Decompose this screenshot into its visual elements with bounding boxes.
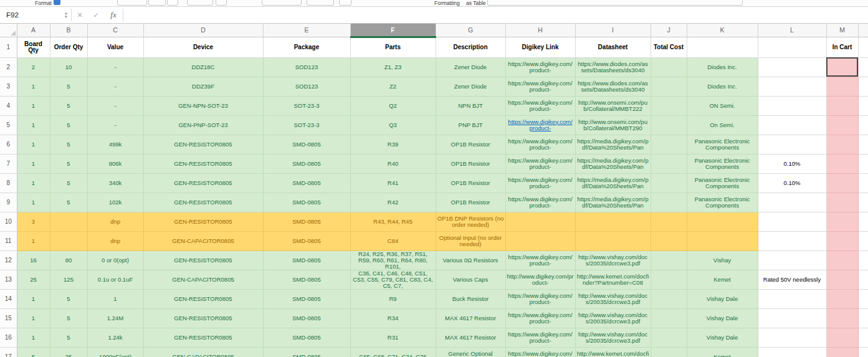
col-header-M[interactable]: M [826,24,858,37]
cell-D9[interactable]: GEN-RESISTOR0805 [143,193,263,212]
cell-F16[interactable]: R31 [350,328,436,347]
cell-F9[interactable]: R42 [350,193,436,212]
cell-H6[interactable]: https://www.digikey.com/product- [505,135,575,154]
cell-H15[interactable]: https://www.digikey.com/product- [505,308,575,328]
cell-J10[interactable] [651,212,687,231]
cell-I3[interactable]: https://www.diodes.com/assets/Datasheets… [575,77,651,96]
cell-F12[interactable]: R24, R25, R36, R37, R51, R59, R60, R61, … [350,250,436,270]
cell-J8[interactable] [651,173,687,193]
cell-D3[interactable]: DDZ39F [143,77,263,96]
cell-M6[interactable] [826,135,858,154]
cell-D14[interactable]: GEN-RESISTOR0805 [143,289,263,308]
row-header-6[interactable]: 6 [0,135,17,154]
cell-H13[interactable]: http://www.digikey.com/product- [505,270,575,289]
cell-M1[interactable]: In Cart [826,37,858,57]
cell-I8[interactable]: https://media.digikey.com/pdf/Data%20She… [575,173,651,193]
cell-A6[interactable]: 1 [17,135,50,154]
cell-D15[interactable]: GEN-RESISTOR0805 [143,308,263,328]
cell-D5[interactable]: GEN-PNP-SOT-23 [143,115,263,135]
cell-E7[interactable]: SMD-0805 [263,154,350,173]
cell-I6[interactable]: https://media.digikey.com/pdf/Data%20She… [575,135,651,154]
cell-I5[interactable]: http://www.onsemi.com/pub/Collateral/MMB… [575,115,651,135]
col-header-B[interactable]: B [50,24,87,37]
cell-J11[interactable] [651,231,687,250]
cell-G14[interactable]: Buck Resistor [436,289,505,308]
cell-C4[interactable]: - [87,96,143,115]
cell-G9[interactable]: OP1B Resistor [436,193,505,212]
row-header-5[interactable]: 5 [0,115,17,135]
font-size-dropdown[interactable] [148,0,166,6]
cell-F1[interactable]: Parts [350,37,436,57]
cell-C7[interactable]: 806k [87,154,143,173]
row-header-13[interactable]: 13 [0,270,17,289]
cell-G6[interactable]: OP1B Resistor [436,135,505,154]
cell-G7[interactable]: OP1B Resistor [436,154,505,173]
cell-D17[interactable]: GEN-CAPACITOR0805 [143,347,263,357]
cell-C3[interactable]: - [87,77,143,96]
cell-E14[interactable]: SMD-0805 [263,289,350,308]
cell-G3[interactable]: Zener Diode [436,77,505,96]
name-box-stepper[interactable]: ▲▼ [61,7,71,23]
cell-F4[interactable]: Q2 [350,96,436,115]
cell-A16[interactable]: 1 [17,328,50,347]
col-header-K[interactable]: K [687,24,758,37]
cell-B2[interactable]: 10 [50,57,87,77]
cell-A9[interactable]: 1 [17,193,50,212]
format-painter-icon[interactable] [54,0,60,5]
cell-J16[interactable] [651,328,687,347]
cell-A15[interactable]: 1 [17,308,50,328]
font-grow-button[interactable] [167,0,178,6]
cell-I17[interactable]: http://www.kemet.com/docfinder?Partnumbe… [575,347,651,357]
cell-F11[interactable]: C84 [350,231,436,250]
col-header-L[interactable]: L [758,24,826,37]
cell-B15[interactable]: 5 [50,308,87,328]
cell-F7[interactable]: R40 [350,154,436,173]
cell-D1[interactable]: Device [143,37,263,57]
cell-J3[interactable] [651,77,687,96]
cell-M12[interactable] [826,250,858,270]
cell-H2[interactable]: https://www.digikey.com/product- [505,57,575,77]
cell-C10[interactable]: dnp [87,212,143,231]
cell-M17[interactable] [826,347,858,357]
cell-G16[interactable]: MAX 4617 Resistor [436,328,505,347]
cell-K3[interactable]: Diodes Inc. [687,77,758,96]
formula-input[interactable] [123,7,868,23]
cell-L10[interactable] [758,212,826,231]
row-header-15[interactable]: 15 [0,308,17,328]
cell-D6[interactable]: GEN-RESISTOR0805 [143,135,263,154]
cell-D7[interactable]: GEN-RESISTOR0805 [143,154,263,173]
cell-A17[interactable]: 5 [17,347,50,357]
cell-C14[interactable]: 1 [87,289,143,308]
cell-G11[interactable]: Optional Input (no order needed) [436,231,505,250]
cell-B16[interactable]: 5 [50,328,87,347]
cell-E12[interactable]: SMD-0805 [263,250,350,270]
cell-M8[interactable] [826,173,858,193]
cell-B11[interactable] [50,231,87,250]
alignment-controls[interactable] [262,0,302,6]
cell-H8[interactable]: https://www.digikey.com/product- [505,173,575,193]
cell-M5[interactable] [826,115,858,135]
cell-L11[interactable] [758,231,826,250]
row-header-4[interactable]: 4 [0,96,17,115]
cell-E11[interactable]: SMD-0805 [263,231,350,250]
cell-L3[interactable] [758,77,826,96]
cell-L7[interactable]: 0.10% [758,154,826,173]
select-all-corner[interactable] [0,24,17,37]
conditional-formatting-label[interactable]: Formatting [434,0,460,6]
cell-M7[interactable] [826,154,858,173]
cell-I16[interactable]: http://www.vishay.com/docs/20035/dcrcwe3… [575,328,651,347]
cell-B1[interactable]: Order Qty [50,37,87,57]
cell-C8[interactable]: 340k [87,173,143,193]
col-header-I[interactable]: I [575,24,651,37]
cell-I10[interactable] [575,212,651,231]
cell-D11[interactable]: GEN-CAPACITOR0805 [143,231,263,250]
cell-H5[interactable]: https://www.digikey.com/product- [505,115,575,135]
cell-D2[interactable]: DDZ18C [143,57,263,77]
cell-L14[interactable] [758,289,826,308]
cell-G4[interactable]: NPN BJT [436,96,505,115]
cell-L2[interactable] [758,57,826,77]
cell-E9[interactable]: SMD-0805 [263,193,350,212]
cell-M9[interactable] [826,193,858,212]
cell-E17[interactable]: SMD-0805 [263,347,350,357]
cell-C6[interactable]: 499k [87,135,143,154]
